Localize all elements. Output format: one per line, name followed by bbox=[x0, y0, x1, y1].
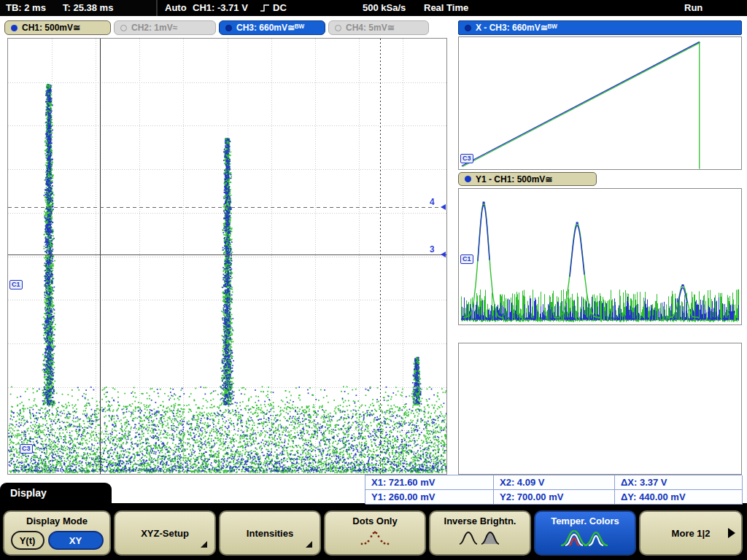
ch3-ref-marker: C3 bbox=[460, 154, 473, 163]
inverse-brightness-label: Inverse Brightn. bbox=[444, 516, 516, 526]
cursor-x2-value: X2: 4.09 V bbox=[494, 475, 615, 490]
cursor-x1-value: X1: 721.60 mV bbox=[365, 475, 494, 490]
channel-2-label: CH2: 1mV≈ bbox=[131, 23, 177, 33]
submenu-indicator-icon bbox=[201, 541, 207, 548]
display-mode-label: Display Mode bbox=[26, 516, 88, 526]
ch1-ref-marker: C1 bbox=[460, 254, 473, 264]
ch3-level-marker: C3 bbox=[20, 444, 33, 454]
channel-4-label: CH4: 5mV≅ bbox=[346, 23, 395, 33]
cursor-y2-value: Y2: 700.00 mV bbox=[494, 490, 615, 505]
cursor-dx-value: ΔX: 3.37 V bbox=[615, 475, 743, 490]
display-mode-button[interactable]: Display Mode Y(t) XY bbox=[3, 510, 111, 556]
y1-source-header[interactable]: Y1 - CH1: 500mV≅ bbox=[458, 172, 597, 186]
cursor-4-label: 4 bbox=[430, 197, 435, 207]
cursor-3-label: 3 bbox=[430, 244, 435, 254]
channel-2-dot-icon bbox=[120, 25, 127, 31]
x-source-header[interactable]: X - CH3: 660mV≅ᴮᵂ bbox=[458, 20, 742, 35]
trigger-level: CH1: -3.71 V bbox=[193, 2, 248, 13]
unused-panel bbox=[458, 343, 742, 475]
yt-mode-button[interactable]: Y(t) bbox=[11, 531, 44, 550]
trigger-time-readout: T: 25.38 ms bbox=[63, 2, 113, 13]
submenu-indicator-icon bbox=[306, 541, 312, 548]
more-pages-button[interactable]: More 1|2 bbox=[639, 510, 743, 556]
channel-1-dot-icon bbox=[11, 25, 18, 31]
next-page-arrow-icon bbox=[728, 528, 735, 538]
xy-display-panel: 4 3 C1 C3 bbox=[7, 38, 447, 475]
temperature-colors-button[interactable]: Temper. Colors bbox=[534, 510, 636, 556]
trigger-position-marker bbox=[728, 311, 735, 317]
intensities-button[interactable]: Intensities bbox=[219, 510, 321, 556]
xyz-setup-button[interactable]: XYZ-Setup bbox=[114, 510, 216, 556]
channel-4-button[interactable]: CH4: 5mV≅ bbox=[328, 20, 429, 35]
rising-edge-icon bbox=[260, 3, 270, 13]
channel-1-button[interactable]: CH1: 500mV≅ bbox=[4, 20, 111, 35]
channel-4-dot-icon bbox=[335, 25, 341, 31]
temperature-colors-icon bbox=[560, 529, 611, 547]
status-bar: TB: 2 ms T: 25.38 ms Auto CH1: -3.71 V D… bbox=[0, 0, 747, 16]
trigger-mode: Auto bbox=[165, 2, 187, 13]
sample-rate: 500 kSa/s bbox=[363, 2, 406, 13]
softkey-menu-bar: Display Mode Y(t) XY XYZ-Setup Intensiti… bbox=[0, 503, 747, 560]
cursor-readout-table: X1: 721.60 mV X2: 4.09 V ΔX: 3.37 V Y1: … bbox=[365, 475, 742, 504]
oscilloscope-ui: TB: 2 ms T: 25.38 ms Auto CH1: -3.71 V D… bbox=[0, 0, 747, 560]
y1-source-panel: C1 bbox=[458, 188, 742, 325]
y1-source-canvas bbox=[459, 189, 741, 324]
x-source-dot-icon bbox=[465, 25, 471, 31]
display-mode-options: Y(t) XY bbox=[11, 531, 104, 550]
cursor-4-arrow-icon bbox=[441, 204, 446, 210]
channel-1-label: CH1: 500mV≅ bbox=[22, 23, 80, 33]
cursor-3-arrow-icon bbox=[441, 252, 446, 257]
xy-plot-canvas bbox=[8, 39, 446, 474]
channel-3-button[interactable]: CH3: 660mV≅ᴮᵂ bbox=[219, 20, 325, 35]
xy-mode-button[interactable]: XY bbox=[48, 531, 104, 550]
dots-only-button[interactable]: Dots Only bbox=[324, 510, 426, 556]
dots-only-label: Dots Only bbox=[352, 516, 397, 526]
intensities-label: Intensities bbox=[247, 528, 293, 539]
y1-source-dot-icon bbox=[465, 176, 471, 182]
ch1-level-marker: C1 bbox=[9, 280, 23, 289]
temperature-colors-label: Temper. Colors bbox=[551, 516, 619, 526]
x-source-panel: C3 bbox=[458, 36, 742, 170]
xyz-setup-label: XYZ-Setup bbox=[141, 528, 189, 539]
cursor-y1-value: Y1: 260.00 mV bbox=[365, 490, 494, 505]
x-source-header-label: X - CH3: 660mV≅ᴮᵂ bbox=[476, 23, 557, 33]
x-source-canvas bbox=[459, 37, 741, 169]
y1-source-header-label: Y1 - CH1: 500mV≅ bbox=[476, 174, 552, 184]
channel-3-dot-icon bbox=[225, 25, 232, 31]
trigger-coupling: DC bbox=[273, 2, 287, 13]
dots-waveform-icon bbox=[359, 529, 391, 545]
inverse-brightness-button[interactable]: Inverse Brightn. bbox=[429, 510, 531, 556]
more-pages-label: More 1|2 bbox=[672, 528, 711, 539]
acquisition-mode: Real Time bbox=[424, 2, 468, 13]
channel-3-label: CH3: 660mV≅ᴮᵂ bbox=[236, 23, 304, 33]
run-status: Run bbox=[684, 2, 703, 13]
timebase-readout: TB: 2 ms bbox=[6, 2, 46, 13]
inverse-brightness-icon bbox=[458, 529, 502, 545]
cursor-dy-value: ΔY: 440.00 mV bbox=[615, 490, 743, 505]
channel-2-button[interactable]: CH2: 1mV≈ bbox=[114, 20, 216, 35]
